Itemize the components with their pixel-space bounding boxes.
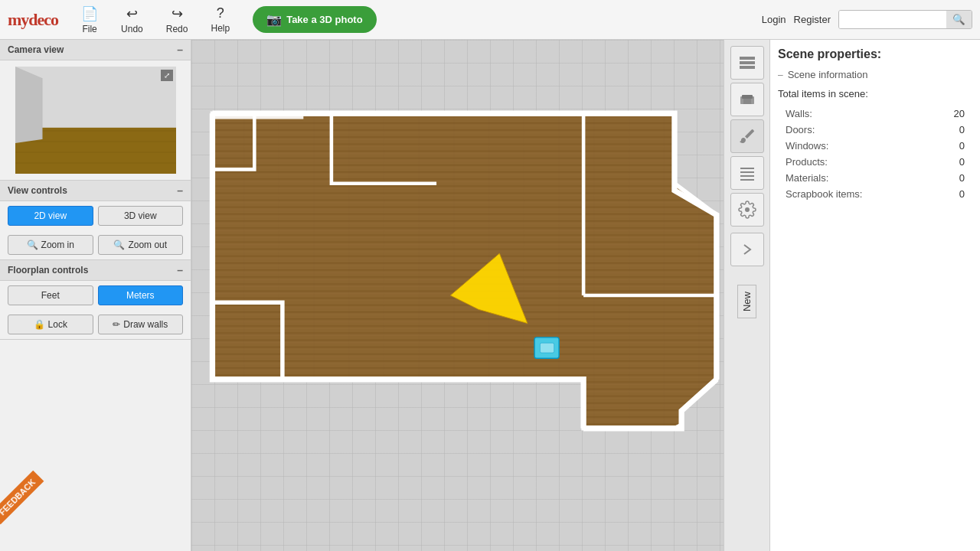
- draw-row: 🔒 Lock ✏ Draw walls: [0, 310, 191, 339]
- svg-rect-27: [740, 168, 754, 169]
- camera-icon: 📷: [266, 12, 282, 27]
- floorplan-controls-section: Floorplan controls – Feet Meters 🔒 Lock …: [0, 260, 191, 340]
- 3d-view-button[interactable]: 3D view: [98, 206, 184, 226]
- canvas-area[interactable]: [191, 40, 724, 551]
- settings-tool-button[interactable]: [730, 193, 764, 227]
- stat-value: 0: [959, 188, 965, 200]
- floorplan-controls-title: Floorplan controls: [8, 265, 88, 276]
- view-mode-row: 2D view 3D view: [0, 201, 191, 230]
- new-label[interactable]: New: [737, 285, 756, 318]
- draw-walls-button[interactable]: ✏ Draw walls: [98, 315, 184, 334]
- walls-tool-button[interactable]: [730, 46, 764, 80]
- search-button[interactable]: 🔍: [946, 11, 972, 28]
- list-icon: [738, 164, 756, 182]
- scene-info-title: Scene information: [788, 69, 868, 80]
- file-button[interactable]: 📄 File: [74, 2, 106, 37]
- stat-label: Scrapbook items:: [786, 188, 862, 200]
- logo[interactable]: mydeco: [8, 10, 58, 30]
- svg-rect-28: [740, 171, 754, 173]
- scene-stat-row: Materials:0: [778, 170, 972, 186]
- camera-view-minimize[interactable]: –: [177, 44, 183, 56]
- register-link[interactable]: Register: [794, 14, 831, 25]
- svg-rect-22: [740, 66, 755, 69]
- total-items-label: Total items in scene:: [778, 88, 972, 99]
- collapse-scene-info-icon[interactable]: –: [778, 70, 783, 80]
- undo-button[interactable]: ↩ Undo: [113, 2, 151, 37]
- camera-view-section: Camera view –: [0, 40, 191, 181]
- view-controls-header: View controls –: [0, 181, 191, 201]
- units-row: Feet Meters: [0, 281, 191, 310]
- svg-rect-19: [540, 343, 554, 353]
- zoom-out-button[interactable]: 🔍 Zoom out: [98, 235, 184, 255]
- sofa-icon: [738, 90, 756, 109]
- help-button[interactable]: ? Help: [203, 2, 237, 37]
- stat-label: Doors:: [786, 124, 815, 135]
- svg-rect-30: [740, 179, 754, 181]
- scene-stat-row: Walls:20: [778, 106, 972, 122]
- camera-view-header: Camera view –: [0, 40, 191, 60]
- settings-icon: [738, 201, 756, 219]
- paint-icon: [738, 127, 756, 145]
- search-input[interactable]: [839, 11, 946, 28]
- zoom-out-icon: 🔍: [113, 240, 125, 250]
- svg-point-31: [745, 207, 750, 212]
- camera-preview: ⤢: [15, 67, 176, 174]
- stat-value: 0: [959, 172, 965, 184]
- floorplan-controls-header: Floorplan controls –: [0, 260, 191, 281]
- sofa-tool-button[interactable]: [730, 83, 764, 116]
- main-layout: Camera view –: [0, 40, 980, 551]
- view-controls-minimize[interactable]: –: [177, 184, 183, 197]
- walls-icon: [738, 54, 756, 72]
- undo-icon: ↩: [126, 5, 138, 22]
- take-3d-photo-button[interactable]: 📷 Take a 3D photo: [253, 6, 376, 33]
- topbar: mydeco 📄 File ↩ Undo ↪ Redo ? Help 📷 Tak…: [0, 0, 980, 40]
- scene-stat-row: Products:0: [778, 154, 972, 170]
- stat-value: 20: [954, 108, 965, 119]
- collapse-sidebar-button[interactable]: [730, 233, 764, 266]
- feet-button[interactable]: Feet: [8, 285, 93, 305]
- redo-button[interactable]: ↪ Redo: [158, 2, 196, 37]
- pencil-icon: ✏: [113, 319, 120, 330]
- list-tool-button[interactable]: [730, 156, 764, 190]
- stat-label: Windows:: [786, 140, 828, 152]
- zoom-in-button[interactable]: 🔍 Zoom in: [8, 235, 93, 255]
- redo-icon: ↪: [172, 5, 183, 22]
- svg-rect-26: [742, 95, 753, 99]
- camera-expand-button[interactable]: ⤢: [161, 70, 173, 81]
- scene-stats: Walls:20Doors:0Windows:0Products:0Materi…: [778, 106, 972, 202]
- meters-button[interactable]: Meters: [98, 285, 184, 305]
- stat-value: 0: [959, 156, 965, 168]
- stat-value: 0: [959, 140, 965, 152]
- zoom-in-icon: 🔍: [27, 240, 38, 250]
- help-icon: ?: [217, 5, 224, 21]
- stat-label: Products:: [786, 156, 828, 168]
- scene-info-header: – Scene information: [778, 69, 972, 80]
- file-icon: 📄: [81, 5, 98, 22]
- floorplan-minimize[interactable]: –: [177, 264, 183, 276]
- scene-stat-row: Doors:0: [778, 122, 972, 138]
- paint-tool-button[interactable]: [730, 119, 764, 153]
- 2d-view-button[interactable]: 2D view: [8, 206, 93, 226]
- stat-label: Walls:: [786, 108, 812, 119]
- lock-icon: 🔒: [34, 319, 45, 330]
- camera-view-title: Camera view: [8, 44, 64, 55]
- zoom-row: 🔍 Zoom in 🔍 Zoom out: [0, 230, 191, 259]
- svg-rect-20: [740, 57, 755, 60]
- camera-preview-svg: [15, 67, 176, 174]
- properties-panel: Scene properties: – Scene information To…: [769, 40, 980, 551]
- svg-rect-21: [740, 61, 755, 64]
- auth-links: Login Register: [762, 14, 831, 25]
- login-link[interactable]: Login: [762, 14, 786, 25]
- search-box: 🔍: [838, 10, 972, 29]
- floorplan-svg[interactable]: [191, 40, 724, 551]
- stat-value: 0: [959, 124, 965, 135]
- camera-preview-inner: ⤢: [15, 67, 176, 174]
- svg-rect-29: [740, 175, 754, 177]
- lock-button[interactable]: 🔒 Lock: [8, 315, 93, 334]
- properties-panel-title: Scene properties:: [778, 47, 972, 61]
- view-controls-title: View controls: [8, 185, 67, 196]
- svg-marker-6: [15, 67, 42, 143]
- view-controls-section: View controls – 2D view 3D view 🔍 Zoom i…: [0, 181, 191, 260]
- stat-label: Materials:: [786, 172, 828, 184]
- scene-stat-row: Windows:0: [778, 138, 972, 154]
